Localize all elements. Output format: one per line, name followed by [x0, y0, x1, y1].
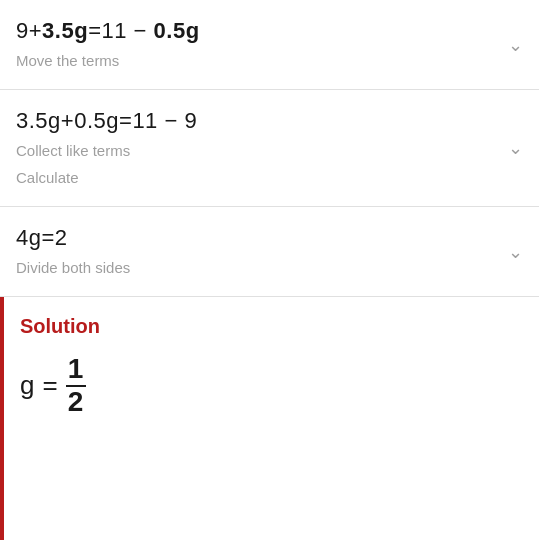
- solution-equals: =: [42, 370, 57, 401]
- solution-label: Solution: [20, 315, 523, 338]
- fraction-numerator: 1: [68, 354, 84, 385]
- fraction-denominator: 2: [68, 387, 84, 418]
- solution-section: Solution g = 1 2: [0, 297, 539, 540]
- step-2-chevron-icon[interactable]: ⌄: [508, 137, 523, 159]
- solution-variable: g: [20, 370, 34, 401]
- step-1-chevron-icon[interactable]: ⌄: [508, 34, 523, 56]
- step-1-equation: 9+3.5g=11 − 0.5g: [16, 18, 523, 44]
- step-3-chevron-icon[interactable]: ⌄: [508, 241, 523, 263]
- solution-fraction: 1 2: [66, 354, 86, 418]
- step-2-hint-2: Calculate: [16, 167, 523, 188]
- step-2[interactable]: 3.5g+0.5g=11 − 9 Collect like terms Calc…: [0, 90, 539, 207]
- main-container: 9+3.5g=11 − 0.5g Move the terms ⌄ 3.5g+0…: [0, 0, 539, 540]
- step-1-hint: Move the terms: [16, 50, 523, 71]
- step-2-equation: 3.5g+0.5g=11 − 9: [16, 108, 523, 134]
- step-3[interactable]: 4g=2 Divide both sides ⌄: [0, 207, 539, 297]
- step-3-equation: 4g=2: [16, 225, 523, 251]
- step-1[interactable]: 9+3.5g=11 − 0.5g Move the terms ⌄: [0, 0, 539, 90]
- step-3-hint: Divide both sides: [16, 257, 523, 278]
- solution-equation: g = 1 2: [20, 354, 523, 418]
- step-2-hint-1: Collect like terms: [16, 140, 523, 161]
